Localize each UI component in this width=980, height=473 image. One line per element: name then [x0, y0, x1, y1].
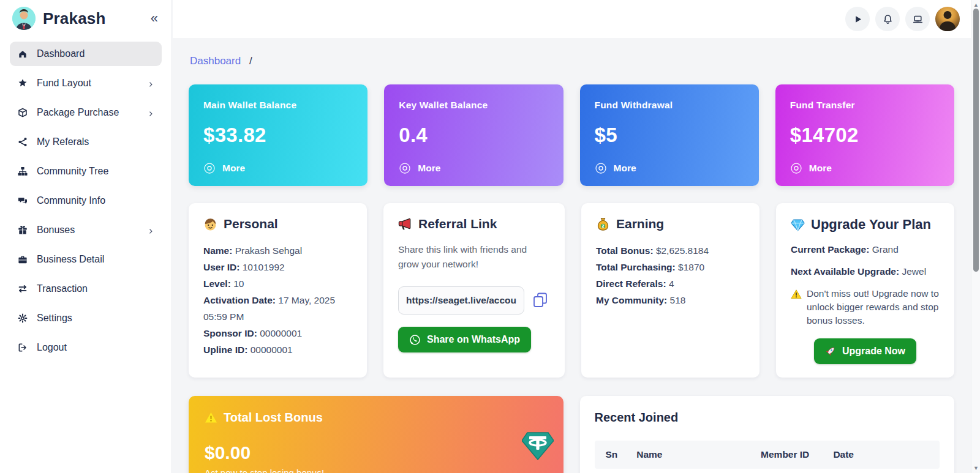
breadcrumb-dashboard-link[interactable]: Dashboard	[190, 55, 241, 67]
personal-card: Personal Name: Prakash Sehgal User ID: 1…	[189, 203, 367, 378]
briefcase-icon	[17, 255, 28, 265]
earning-field-direct-referals: Direct Referals: 4	[596, 275, 745, 292]
gift-icon	[17, 225, 28, 236]
sidebar-item-dashboard[interactable]: Dashboard	[10, 42, 162, 66]
earning-card: Earning Total Bonus: $2,625.8184 Total P…	[581, 203, 760, 378]
diamond-icon	[791, 218, 805, 232]
sidebar-item-logout[interactable]: Logout	[10, 335, 162, 360]
recent-joined-card: Recent Joined Sn Name Member ID Date	[580, 396, 955, 473]
upgrade-field-next-upgrade: Next Available Upgrade: Jewel	[791, 263, 940, 280]
card-title: Key Wallet Balance	[399, 100, 548, 111]
card-value: $33.82	[203, 124, 353, 147]
sidebar: Prakash « Dashboard Fund Layout Package …	[0, 0, 172, 473]
sidebar-item-community-info[interactable]: Community Info	[10, 188, 162, 213]
sidebar-collapse-icon[interactable]: «	[148, 10, 160, 26]
column-sn: Sn	[595, 441, 626, 469]
play-icon	[853, 14, 863, 24]
recent-joined-title: Recent Joined	[595, 411, 940, 425]
personal-field-activation-date: Activation Date: 17 May, 2025 05:59 PM	[203, 292, 352, 325]
sidebar-item-business-detail[interactable]: Business Detail	[10, 247, 162, 272]
sitemap-icon	[17, 166, 28, 177]
earning-field-total-bonus: Total Bonus: $2,625.8184	[596, 242, 745, 259]
star-icon	[17, 78, 28, 89]
notifications-button[interactable]	[875, 7, 900, 31]
upgrade-field-current-package: Current Package: Grand	[791, 241, 940, 258]
lost-bonus-title: Total Lost Bonus	[205, 411, 548, 425]
play-button[interactable]	[845, 7, 870, 31]
upgrade-now-button[interactable]: Upgrade Now	[814, 338, 916, 364]
money-bag-icon	[596, 217, 610, 231]
more-link[interactable]: More	[790, 162, 832, 174]
personal-field-upline-id: Upline ID: 00000001	[203, 341, 352, 358]
tether-icon	[522, 431, 554, 461]
laptop-icon	[913, 14, 923, 24]
upgrade-warning-text: Don't miss out! Upgrade now to unlock bi…	[807, 287, 940, 327]
sidebar-item-settings[interactable]: Settings	[10, 306, 162, 330]
bell-icon	[883, 14, 893, 24]
topbar	[173, 0, 971, 38]
brand: Prakash «	[0, 0, 172, 37]
more-link[interactable]: More	[399, 162, 440, 174]
lost-bonus-amount: $0.00	[205, 442, 548, 463]
circle-dot-icon	[790, 162, 802, 174]
card-value: 0.4	[399, 124, 548, 147]
sidebar-item-community-tree[interactable]: Community Tree	[10, 159, 162, 184]
lost-bonus-subtitle: Act now to stop losing bonus!	[205, 467, 548, 473]
brand-avatar	[12, 7, 36, 30]
sidebar-item-transaction[interactable]: Transaction	[10, 277, 162, 301]
sidebar-item-bonuses[interactable]: Bonuses	[10, 218, 162, 242]
column-member-id: Member ID	[750, 441, 822, 469]
copy-icon[interactable]	[532, 291, 550, 310]
exchange-icon	[17, 284, 28, 294]
personal-field-user-id: User ID: 10101992	[203, 259, 352, 275]
scroll-down-arrow[interactable]: ▼	[971, 463, 980, 473]
warning-icon	[205, 411, 217, 424]
breadcrumb: Dashboard /	[190, 55, 954, 67]
more-link[interactable]: More	[203, 162, 245, 174]
bottom-row: Total Lost Bonus $0.00 Act now to stop l…	[189, 396, 954, 473]
scrollbar-thumb[interactable]	[973, 9, 979, 272]
fund-withdrawal-card: Fund Withdrawal $5 More	[580, 84, 759, 186]
device-button[interactable]	[905, 7, 930, 31]
upgrade-plan-card: Upgrade Your Plan Current Package: Grand…	[776, 203, 954, 378]
column-date: Date	[822, 441, 940, 469]
table-header-row: Sn Name Member ID Date	[595, 441, 940, 469]
logout-icon	[17, 343, 28, 353]
personal-card-title: Personal	[203, 217, 352, 231]
sidebar-nav: Dashboard Fund Layout Package Purchase	[0, 42, 172, 360]
main-wallet-balance-card: Main Wallet Balance $33.82 More	[189, 84, 368, 186]
card-title: Fund Transfer	[790, 100, 940, 111]
user-avatar[interactable]	[935, 7, 960, 31]
card-title: Fund Withdrawal	[595, 100, 744, 111]
chevron-right-icon	[147, 80, 154, 87]
more-link[interactable]: More	[595, 162, 636, 174]
key-wallet-balance-card: Key Wallet Balance 0.4 More	[384, 84, 563, 186]
user-photo-avatar	[12, 7, 36, 30]
home-icon	[17, 49, 28, 59]
referral-link-card: Referral Link Share this link with frien…	[383, 203, 565, 378]
brand-name: Prakash	[43, 9, 148, 28]
upgrade-card-title: Upgrade Your Plan	[791, 217, 940, 233]
gear-icon	[17, 313, 28, 324]
personal-field-level: Level: 10	[203, 275, 352, 292]
card-value: $5	[595, 124, 744, 147]
referral-description: Share this link with friends and grow yo…	[398, 242, 550, 272]
cube-icon	[17, 108, 28, 118]
personal-field-sponsor-id: Sponsor ID: 00000001	[203, 325, 352, 341]
referral-card-title: Referral Link	[398, 217, 550, 231]
sidebar-item-my-referals[interactable]: My Referals	[10, 130, 162, 154]
whatsapp-icon	[409, 334, 421, 346]
fund-transfer-card: Fund Transfer $14702 More	[775, 84, 954, 186]
sidebar-item-package-purchase[interactable]: Package Purchase	[10, 100, 162, 125]
warning-icon	[791, 289, 802, 300]
referral-link-input[interactable]	[398, 286, 524, 315]
share-whatsapp-button[interactable]: Share on WhatsApp	[398, 327, 531, 352]
sidebar-item-fund-layout[interactable]: Fund Layout	[10, 71, 162, 95]
circle-dot-icon	[595, 162, 607, 174]
info-cards-row: Personal Name: Prakash Sehgal User ID: 1…	[189, 203, 954, 378]
circle-dot-icon	[203, 162, 216, 174]
earning-card-title: Earning	[596, 217, 745, 231]
breadcrumb-separator: /	[249, 55, 252, 67]
stat-cards-row: Main Wallet Balance $33.82 More Key Wall…	[189, 84, 954, 186]
chevron-right-icon	[147, 226, 154, 234]
